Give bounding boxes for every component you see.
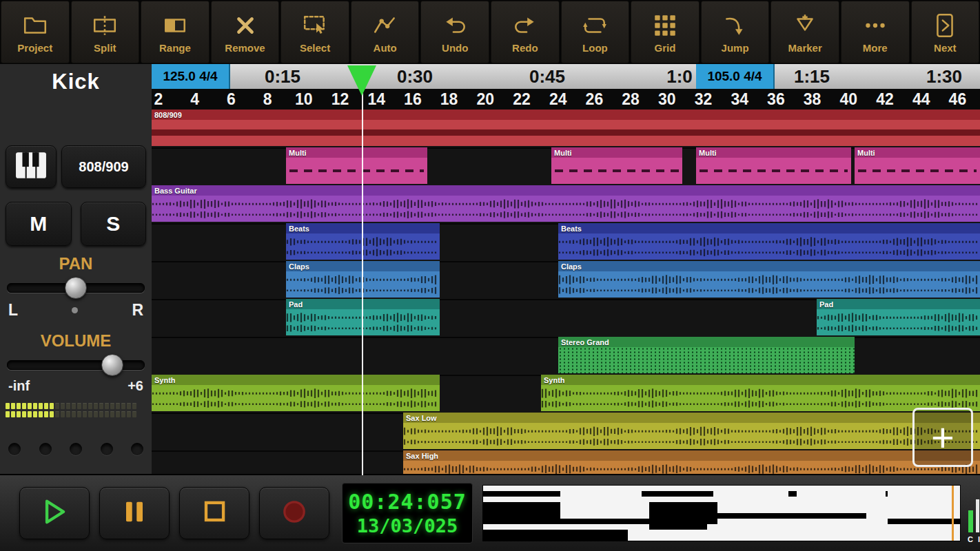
play-button[interactable] [19,487,90,539]
clip-label-strip: Multi [551,147,682,158]
meter-segment [121,403,125,409]
clip-label-strip: 808/909 [152,110,980,120]
meter-segment [110,411,114,417]
clip-label-strip: Stereo Grand [558,337,855,347]
instrument-button[interactable] [6,145,57,188]
clip-synth[interactable]: Synth [541,375,980,411]
marker-icon [792,11,818,40]
bar-number: 32 [695,89,713,110]
transport-buttons [19,487,329,539]
toolbar-button-jump[interactable]: Jump [701,1,770,63]
clip-synth[interactable]: Synth [152,375,440,411]
toolbar: ProjectSplitRangeRemoveSelectAutoUndoRed… [0,0,980,64]
stop-button[interactable] [179,487,249,539]
meter-letters: C I [968,535,980,543]
bar-number: 40 [840,89,858,110]
meter-segment [55,411,59,417]
bar-ruler[interactable]: 2468101214161820222426283032343638404244… [152,89,980,110]
time-ruler[interactable]: 0:150:300:451:01:151:30125.0 4/4105.0 4/… [152,64,980,90]
clip-label-strip: Bass Guitar [152,185,980,196]
toolbar-button-range[interactable]: Range [141,1,210,63]
audio-flat-line [152,129,980,136]
toolbar-button-redo[interactable]: Redo [491,1,560,63]
pan-slider[interactable] [7,283,145,293]
clip-beats[interactable]: Beats [558,223,980,260]
solo-button[interactable]: S [81,202,147,246]
meter-segment [88,403,92,409]
clip-content [558,271,980,298]
meter-segment [50,403,54,409]
clip-content [558,233,980,260]
mute-button[interactable]: M [6,202,72,246]
midi-dash-line [555,169,679,172]
toolbar-button-marker[interactable]: Marker [770,1,839,63]
toolbar-button-auto[interactable]: Auto [351,1,420,63]
add-clip-button[interactable]: + [912,408,973,467]
record-button[interactable] [259,487,329,539]
level-meter-row [6,403,146,409]
next-icon [932,11,958,40]
toolbar-button-grid[interactable]: Grid [631,1,700,63]
time-label: 0:45 [529,64,565,89]
output-meter-bars [968,491,979,532]
clip-claps[interactable]: Claps [558,261,980,298]
redo-icon [512,11,538,40]
bar-number: 4 [190,89,199,110]
tracks-area[interactable]: 808/909MultiMultiMultiMultiBass GuitarBe… [152,110,980,475]
clip-label-strip: Multi [286,147,427,158]
toolbar-button-remove[interactable]: Remove [211,1,280,63]
clip-label: Synth [154,376,176,384]
meter-segment [44,403,48,409]
tempo-marker[interactable]: 105.0 4/4 [696,64,775,89]
clip-content [696,158,851,184]
clip-stereo-grand[interactable]: Stereo Grand [558,337,855,373]
clip-sax-high[interactable]: Sax High [403,450,980,475]
clip-label: Sax Low [406,414,437,422]
toolbar-button-loop[interactable]: Loop [561,1,630,63]
instrument-row: 808/909 [6,145,146,188]
project-overview-navigator[interactable] [482,485,961,541]
toolbar-button-more[interactable]: More [841,1,910,63]
toolbar-button-undo[interactable]: Undo [420,1,489,63]
auto-icon [372,11,398,40]
clip-content [403,461,980,475]
meter-segment [39,411,43,417]
toolbar-button-split[interactable]: Split [71,1,140,63]
track-row-beats: BeatsBeats [152,223,980,262]
clip-multi[interactable]: Multi [696,147,851,184]
bar-number: 42 [876,89,894,110]
playhead-marker[interactable] [347,65,376,96]
volume-knob[interactable] [101,354,123,376]
clip-content [558,347,855,373]
navigator-empty-block [649,502,717,508]
level-meter-row [6,411,146,417]
clip-bass-guitar[interactable]: Bass Guitar [152,185,980,222]
clip-multi[interactable]: Multi [551,147,682,184]
clip-content [817,309,980,335]
pan-knob[interactable] [65,277,87,299]
pan-center-dot [72,307,78,313]
instrument-name-button[interactable]: 808/909 [61,145,146,188]
clip-sax-low[interactable]: Sax Low [403,413,980,449]
clip-label-strip: Synth [152,375,440,385]
meter-segment [72,411,76,417]
volume-slider[interactable] [7,360,145,370]
tempo-marker[interactable]: 125.0 4/4 [152,64,230,89]
meter-segment [66,403,70,409]
clip-808-909[interactable]: 808/909 [152,110,980,146]
toolbar-button-select[interactable]: Select [280,1,349,63]
bar-number: 18 [440,89,458,110]
pan-right-label: R [132,301,143,320]
clip-multi[interactable]: Multi [855,147,980,184]
toolbar-button-label: Marker [788,42,822,54]
toolbar-button-project[interactable]: Project [1,1,70,63]
toolbar-button-next[interactable]: Next [911,1,980,63]
play-icon [38,495,71,531]
pause-icon [118,495,151,531]
meter-segment [94,403,98,409]
clip-multi[interactable]: Multi [286,147,427,184]
pause-button[interactable] [99,487,170,539]
clip-pad[interactable]: Pad [817,299,980,335]
track-row-synth: SynthSynth [152,375,980,414]
bar-number: 44 [912,89,930,110]
